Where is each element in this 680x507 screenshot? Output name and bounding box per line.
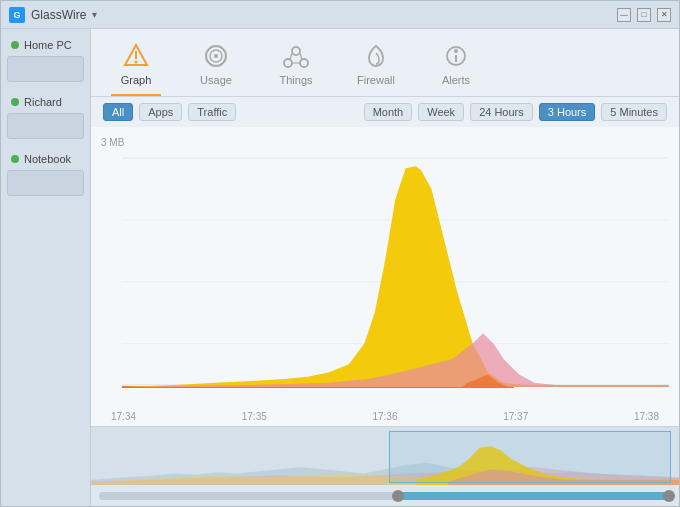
- alerts-icon: [442, 42, 470, 70]
- time-month-button[interactable]: Month: [364, 103, 413, 121]
- chart-area: 3 MB: [91, 127, 679, 426]
- timeline-handle-left[interactable]: [392, 490, 404, 502]
- nav-tabs: Graph Usage: [91, 29, 679, 97]
- chart-x-labels: 17:34 17:35 17:36 17:37 17:38: [91, 411, 679, 422]
- chart-svg: [91, 127, 679, 406]
- sidebar-label-richard: Richard: [7, 94, 84, 110]
- minimize-button[interactable]: —: [617, 8, 631, 22]
- graph-icon: [122, 42, 150, 70]
- sidebar-box-richard: [7, 113, 84, 139]
- app-title: GlassWire: [31, 8, 86, 22]
- status-dot-richard: [11, 98, 19, 106]
- sidebar-item-home-pc[interactable]: Home PC: [7, 37, 84, 82]
- sidebar-item-richard[interactable]: Richard: [7, 94, 84, 139]
- tab-firewall[interactable]: Firewall: [351, 42, 401, 96]
- things-icon: [282, 42, 310, 70]
- sidebar-label-home-pc: Home PC: [7, 37, 84, 53]
- sidebar-item-notebook[interactable]: Notebook: [7, 151, 84, 196]
- x-label-3: 17:37: [503, 411, 528, 422]
- x-label-2: 17:36: [372, 411, 397, 422]
- filter-all-button[interactable]: All: [103, 103, 133, 121]
- main-layout: Home PC Richard Notebook: [1, 29, 679, 506]
- svg-point-2: [135, 61, 138, 64]
- filter-traffic-button[interactable]: Traffic: [188, 103, 236, 121]
- x-label-1: 17:35: [242, 411, 267, 422]
- sidebar-box-notebook: [7, 170, 84, 196]
- tab-things[interactable]: Things: [271, 42, 321, 96]
- status-dot-home-pc: [11, 41, 19, 49]
- close-button[interactable]: ✕: [657, 8, 671, 22]
- timeline-scrollbar-track: [396, 492, 671, 500]
- svg-point-13: [454, 49, 458, 53]
- sidebar: Home PC Richard Notebook: [1, 29, 91, 506]
- firewall-icon: [362, 42, 390, 70]
- sidebar-box-home-pc: [7, 56, 84, 82]
- tab-usage[interactable]: Usage: [191, 42, 241, 96]
- x-label-4: 17:38: [634, 411, 659, 422]
- tab-graph[interactable]: Graph: [111, 42, 161, 96]
- title-bar-left: G GlassWire ▾: [9, 7, 97, 23]
- svg-point-5: [214, 54, 218, 58]
- sidebar-label-notebook: Notebook: [7, 151, 84, 167]
- timeline-scrollbar[interactable]: [99, 492, 671, 500]
- tab-alerts[interactable]: Alerts: [431, 42, 481, 96]
- content-area: Graph Usage: [91, 29, 679, 506]
- title-bar: G GlassWire ▾ — □ ✕: [1, 1, 679, 29]
- title-dropdown-arrow[interactable]: ▾: [92, 9, 97, 20]
- svg-point-7: [284, 59, 292, 67]
- timeline-area: [91, 426, 679, 506]
- svg-point-8: [300, 59, 308, 67]
- usage-icon: [202, 42, 230, 70]
- x-label-0: 17:34: [111, 411, 136, 422]
- timeline-handle-right[interactable]: [663, 490, 675, 502]
- filter-apps-button[interactable]: Apps: [139, 103, 182, 121]
- time-24h-button[interactable]: 24 Hours: [470, 103, 533, 121]
- time-3h-button[interactable]: 3 Hours: [539, 103, 596, 121]
- svg-line-10: [300, 53, 302, 60]
- time-week-button[interactable]: Week: [418, 103, 464, 121]
- filter-bar: All Apps Traffic Month Week 24 Hours 3 H…: [91, 97, 679, 127]
- maximize-button[interactable]: □: [637, 8, 651, 22]
- app-window: G GlassWire ▾ — □ ✕ Home PC: [0, 0, 680, 507]
- title-bar-controls: — □ ✕: [617, 8, 671, 22]
- svg-line-9: [290, 53, 292, 60]
- svg-point-6: [292, 47, 300, 55]
- timeline-svg: [91, 427, 679, 485]
- app-logo: G: [9, 7, 25, 23]
- status-dot-notebook: [11, 155, 19, 163]
- time-5min-button[interactable]: 5 Minutes: [601, 103, 667, 121]
